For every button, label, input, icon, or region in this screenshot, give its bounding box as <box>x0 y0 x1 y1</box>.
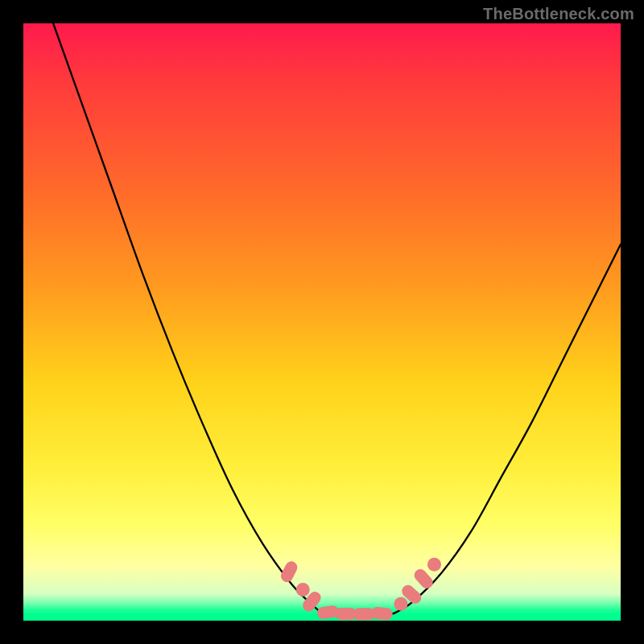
svg-point-7 <box>394 597 407 611</box>
curve-left <box>53 23 322 613</box>
chart-svg <box>23 23 621 621</box>
plot-area <box>23 23 621 621</box>
marker-layer <box>279 558 441 621</box>
curve-right <box>394 245 621 614</box>
svg-rect-6 <box>370 606 393 621</box>
svg-point-1 <box>296 583 310 597</box>
svg-point-10 <box>427 558 441 572</box>
chart-frame: TheBottleneck.com <box>0 0 644 644</box>
watermark-text: TheBottleneck.com <box>483 5 634 23</box>
